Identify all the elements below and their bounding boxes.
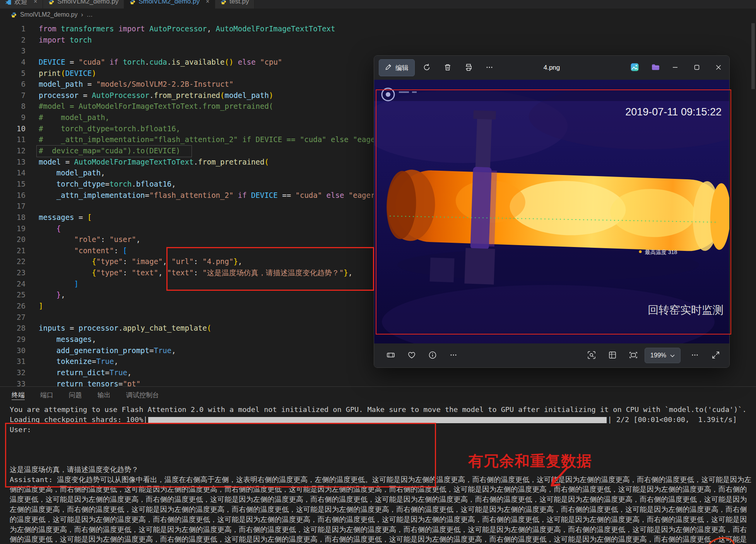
line-number: 19 [0, 223, 26, 234]
photo-canvas[interactable]: 最高温度 318 2019-07-11 09:15:22 回转窑实时监测 [374, 80, 729, 343]
code-text: return_dict=True, [26, 367, 132, 378]
code-text: import torch [26, 34, 92, 46]
tab-close-icon[interactable]: × [34, 0, 37, 5]
zoom-level-dropdown[interactable]: 199% [645, 348, 681, 363]
line-number: 28 [0, 323, 26, 334]
line-number: 3 [0, 45, 26, 57]
code-text: messages = [ [26, 212, 92, 223]
close-button[interactable] [708, 56, 729, 80]
photos-gallery-button[interactable] [626, 59, 643, 77]
breadcrumb-separator-icon: › [81, 11, 83, 18]
line-number: 27 [0, 312, 26, 323]
code-text: "role": "user", [26, 234, 140, 245]
favorite-button[interactable] [403, 347, 421, 364]
line-number: 12 [0, 145, 26, 156]
code-text: _attn_implementation="flash_attention_2"… [26, 190, 384, 201]
toolbar-more-button[interactable] [445, 347, 462, 364]
current-line-highlight [36, 145, 192, 157]
maximize-icon [694, 65, 700, 71]
bottom-panel: 终端端口问题输出调试控制台 You are attempting to use … [0, 386, 756, 544]
line-number: 14 [0, 167, 26, 178]
close-icon [716, 65, 721, 71]
scan-search-icon [587, 351, 596, 360]
code-line-3: 3 [0, 45, 756, 57]
maximize-button[interactable] [686, 56, 708, 80]
tab-SmolVLM2_demo.py[interactable]: SmolVLM2_demo.py× [124, 0, 215, 9]
tab-SmolVLM2_demo.py[interactable]: SmolVLM2_demo.py [43, 0, 124, 9]
code-text: processor = AutoProcessor.from_pretraine… [26, 90, 273, 101]
code-text: torch_dtype=torch.bfloat16, [26, 178, 176, 190]
code-text [26, 312, 39, 323]
more-options-button[interactable] [481, 59, 498, 77]
line-number: 29 [0, 334, 26, 345]
rotate-button[interactable] [418, 59, 436, 77]
editor-tab-bar: 欢迎×SmolVLM2_demo.pySmolVLM2_demo.py×test… [0, 0, 756, 9]
edit-button[interactable]: 编辑 [379, 59, 415, 76]
panel-tab-问题[interactable]: 问题 [69, 391, 82, 400]
fit-to-window-button[interactable] [624, 347, 642, 364]
tab-欢迎[interactable]: 欢迎× [0, 0, 43, 9]
panel-tab-bar: 终端端口问题输出调试控制台 [0, 387, 756, 400]
code-line-32: 32 return_dict=True, [0, 367, 756, 378]
printer-icon [464, 63, 473, 73]
folder-icon [651, 63, 660, 73]
line-number: 17 [0, 201, 26, 212]
progress-prefix: Loading checkpoint shards: 100%| [10, 415, 147, 424]
code-text: # _attn_implementation="flash_attention_… [26, 134, 388, 145]
line-number: 1 [0, 23, 26, 34]
panel-tab-端口[interactable]: 端口 [40, 391, 53, 400]
panel-tab-终端[interactable]: 终端 [12, 391, 25, 400]
pen-icon [385, 63, 392, 72]
code-text [26, 201, 39, 212]
python-icon [48, 0, 54, 5]
terminal-output[interactable]: You are attempting to use Flash Attentio… [10, 405, 754, 544]
more-dots-icon [691, 351, 699, 360]
panel-tab-调试控制台[interactable]: 调试控制台 [126, 391, 159, 400]
line-number: 21 [0, 245, 26, 256]
toolbar-overflow-button[interactable] [686, 347, 704, 364]
terminal-user-prompt: 这是温度场仿真，请描述温度变化趋势？ [10, 465, 754, 475]
editor-scrollbar[interactable] [751, 23, 755, 89]
filmstrip-button[interactable] [382, 347, 400, 364]
line-number: 24 [0, 278, 26, 290]
code-text: # model_path, [26, 112, 109, 123]
info-button[interactable] [424, 347, 441, 364]
expand-icon [712, 351, 720, 360]
print-button[interactable] [460, 59, 477, 77]
python-icon [130, 0, 135, 5]
tab-close-icon[interactable]: × [206, 0, 209, 5]
more-dots-icon [485, 63, 494, 73]
code-text: { [26, 223, 61, 234]
code-text: ] [26, 300, 43, 312]
line-number: 6 [0, 79, 26, 90]
open-folder-button[interactable] [647, 59, 664, 77]
fullscreen-button[interactable] [707, 347, 725, 364]
python-file-icon [11, 12, 17, 18]
line-number: 9 [0, 112, 26, 123]
line-number: 30 [0, 345, 26, 356]
code-line-2: 2import torch [0, 34, 756, 46]
line-number: 4 [0, 57, 26, 68]
terminal-blank-line [10, 444, 754, 455]
edit-button-label: 编辑 [395, 63, 409, 72]
visual-search-button[interactable] [583, 347, 600, 364]
max-temp-label: 最高温度 318 [645, 249, 677, 255]
compare-grid-button[interactable] [604, 347, 621, 364]
line-number: 16 [0, 190, 26, 201]
line-number: 32 [0, 367, 26, 378]
photos-bottom-toolbar: 199% [374, 343, 729, 367]
assistant-response: Assistant: 温度变化趋势可以从图像中看出，温度在右侧高于左侧，这表明右… [10, 475, 754, 544]
grid-icon [608, 351, 617, 360]
minimize-button[interactable] [664, 56, 686, 80]
tab-test.py[interactable]: test.py [215, 0, 255, 9]
delete-button[interactable] [439, 59, 457, 77]
breadcrumb-more[interactable]: … [87, 11, 93, 18]
code-text: from transformers import AutoProcessor, … [26, 23, 335, 34]
panel-tab-输出[interactable]: 输出 [97, 391, 111, 400]
code-text [26, 45, 39, 57]
code-text: {"type": "image", "url": "4.png"}, [26, 256, 242, 267]
code-text: {"type": "text", "text": "这是温度场仿真，请描述温度变… [26, 267, 352, 278]
terminal-blank-line [10, 434, 754, 444]
breadcrumb-file[interactable]: SmolVLM2_demo.py [20, 11, 78, 18]
breadcrumb[interactable]: SmolVLM2_demo.py › … [0, 9, 756, 21]
